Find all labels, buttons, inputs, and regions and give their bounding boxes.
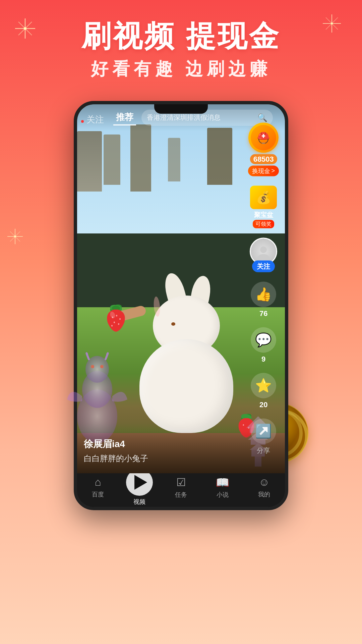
star-icon[interactable]: ⭐: [251, 373, 276, 398]
phone-mockup: ¥: [74, 101, 288, 510]
bunny: [133, 306, 240, 433]
avatar-follow-section[interactable]: 关注: [250, 237, 277, 272]
svg-line-12: [10, 231, 20, 241]
nav-tab-follow[interactable]: 关注: [84, 112, 107, 127]
coins-widget[interactable]: ⛑️ 68503 换现金: [248, 122, 279, 176]
comment-action[interactable]: 💬 9: [251, 327, 276, 363]
svg-line-13: [10, 231, 20, 241]
right-actions-panel: ⛑️ 68503 换现金 💰 聚宝盆 可领奖: [248, 122, 279, 455]
bottom-nav-icon-任务: ☑: [176, 476, 186, 489]
exchange-button[interactable]: 换现金: [248, 165, 279, 176]
follow-notification-dot: [81, 120, 84, 123]
sparkle-decoration-midleft: [7, 228, 23, 245]
comment-count: 9: [261, 355, 265, 363]
treasure-icon: 💰: [250, 185, 277, 209]
video-info-bar: 徐展眉ia4 白白胖胖的小兔子: [77, 431, 285, 473]
svg-point-25: [118, 323, 119, 325]
phone-frame: 关注 推荐 香港澄清深圳排洪假消息 🔍 ⛑️: [74, 101, 288, 510]
deco-dragon: [64, 349, 131, 443]
nav-tabs: 关注 推荐: [84, 110, 136, 125]
star-action[interactable]: ⭐ 20: [251, 373, 276, 409]
exchange-label: 换现金: [252, 167, 270, 175]
nav-tab-follow-wrapper[interactable]: 关注: [84, 112, 107, 123]
coins-count: 68503: [250, 154, 277, 164]
bottom-nav-label-小说: 小说: [217, 491, 229, 499]
svg-point-37: [91, 365, 94, 368]
svg-point-24: [114, 321, 115, 323]
bottom-nav-item-视频[interactable]: 视频: [119, 469, 160, 506]
phone-notch: [154, 104, 208, 114]
top-banner: 刷视频 提现金 好看有趣 边刷边赚: [0, 0, 362, 94]
bottom-nav-item-百度[interactable]: ⌂百度: [77, 476, 119, 498]
bottom-nav-icon-小说: 📖: [216, 476, 229, 489]
banner-subtitle: 好看有趣 边刷边赚: [0, 57, 362, 81]
star-count: 20: [259, 400, 267, 409]
video-description: 白白胖胖的小兔子: [84, 453, 278, 464]
svg-point-38: [100, 365, 104, 368]
bottom-nav-icon-我的: ☺: [259, 476, 270, 488]
bottom-nav-item-小说[interactable]: 📖小说: [202, 476, 243, 499]
coins-avatar-circle[interactable]: ⛑️: [248, 122, 279, 153]
video-username[interactable]: 徐展眉ia4: [84, 438, 278, 450]
svg-point-23: [119, 318, 121, 320]
phone-screen: 关注 推荐 香港澄清深圳排洪假消息 🔍 ⛑️: [77, 104, 285, 507]
treasure-label: 聚宝盆: [254, 210, 273, 219]
bottom-nav-icon-百度: ⌂: [95, 476, 101, 488]
bottom-nav-label-我的: 我的: [258, 490, 270, 498]
like-action[interactable]: 👍 76: [251, 281, 276, 318]
comment-icon[interactable]: 💬: [251, 327, 276, 353]
bottom-navigation: ⌂百度视频☑任务📖小说☺我的: [77, 473, 285, 507]
bottom-nav-label-视频: 视频: [133, 498, 145, 506]
coins-avatar-icon: ⛑️: [251, 125, 276, 150]
banner-title: 刷视频 提现金: [0, 20, 362, 53]
treasure-sublabel: 可领奖: [253, 220, 274, 228]
treasure-widget[interactable]: 💰 聚宝盆 可领奖: [250, 185, 277, 228]
like-icon[interactable]: 👍: [251, 281, 276, 307]
bottom-nav-label-任务: 任务: [175, 491, 187, 499]
bottom-nav-item-我的[interactable]: ☺我的: [243, 476, 285, 498]
svg-point-14: [14, 235, 16, 237]
like-count: 76: [259, 309, 267, 318]
nav-tab-recommend[interactable]: 推荐: [113, 110, 136, 125]
svg-point-26: [111, 325, 113, 326]
follow-button[interactable]: 关注: [252, 260, 275, 272]
bunny-body: [139, 339, 233, 433]
svg-point-33: [257, 254, 269, 260]
strawberry: [103, 302, 129, 334]
svg-point-32: [260, 246, 267, 253]
svg-point-22: [116, 315, 117, 316]
bottom-nav-item-任务[interactable]: ☑任务: [160, 476, 202, 499]
search-icon[interactable]: 🔍: [257, 113, 267, 122]
search-text: 香港澄清深圳排洪假消息: [147, 113, 254, 122]
bottom-nav-label-百度: 百度: [92, 490, 104, 498]
play-triangle: [134, 475, 147, 490]
